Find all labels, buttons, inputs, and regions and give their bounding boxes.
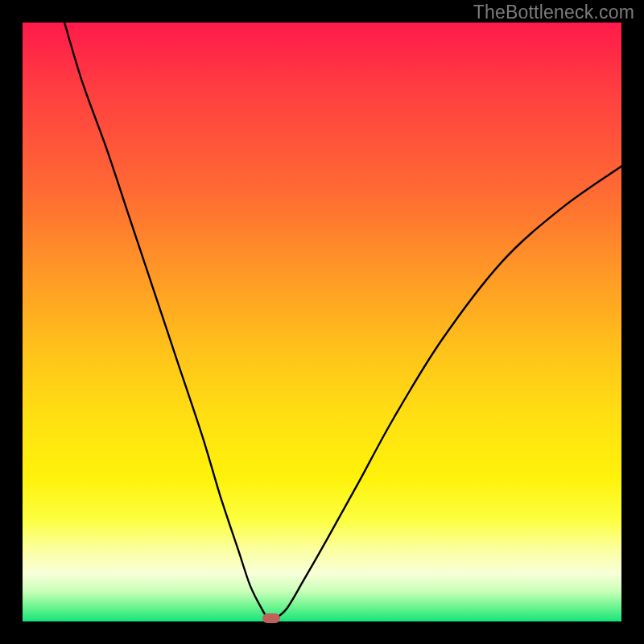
plot-area <box>23 23 621 621</box>
chart-frame: TheBottleneck.com <box>0 0 644 644</box>
watermark-label: TheBottleneck.com <box>473 2 634 23</box>
bottleneck-curve <box>23 23 621 621</box>
optimum-marker <box>262 613 280 623</box>
